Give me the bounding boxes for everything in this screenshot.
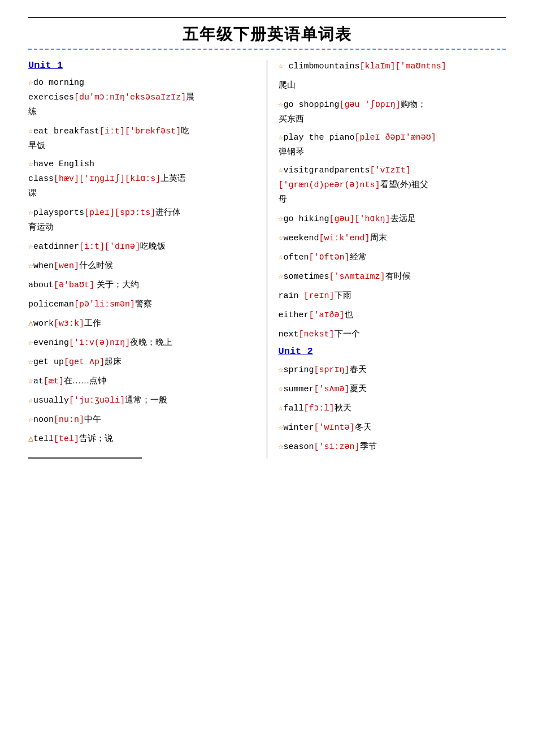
left-column: Unit 1 ☆do morning exercises[du'mɔːnɪŋ'e… bbox=[28, 60, 267, 459]
main-content: Unit 1 ☆do morning exercises[du'mɔːnɪŋ'e… bbox=[28, 60, 506, 459]
star-icon: ☆ bbox=[279, 234, 284, 243]
list-item: ☆ climbmountains[klaɪm]['maʊntns] bbox=[279, 60, 506, 74]
list-item: ☆at[æt]在……点钟 bbox=[28, 374, 255, 388]
star-icon: ☆ bbox=[28, 338, 33, 348]
list-item: ☆get up[get ʌp]起床 bbox=[28, 355, 255, 369]
list-item: ☆do morning exercises[du'mɔːnɪŋ'eksəsaɪz… bbox=[28, 76, 255, 119]
star-icon: ☆ bbox=[28, 127, 33, 136]
list-item: △work[wɜːk]工作 bbox=[28, 316, 255, 331]
star-icon: ☆ bbox=[279, 385, 284, 394]
star-icon: ☆ bbox=[279, 442, 284, 452]
list-item: rain [reɪn]下雨 bbox=[279, 288, 506, 303]
list-item: about[ə'baʊt] 关于；大约 bbox=[28, 278, 255, 292]
unit2-heading: Unit 2 bbox=[279, 346, 506, 357]
list-item: ☆season['siːzən]季节 bbox=[279, 439, 506, 454]
star-icon: ☆ bbox=[279, 166, 284, 175]
star-icon: ☆ bbox=[279, 100, 284, 110]
right-column: ☆ climbmountains[klaɪm]['maʊntns] 爬山 ☆go… bbox=[267, 60, 506, 459]
list-item: ☆sometimes['sʌmtaɪmz]有时候 bbox=[279, 269, 506, 284]
list-item: ☆fall[fɔːl]秋天 bbox=[279, 401, 506, 416]
star-icon: ☆ bbox=[279, 62, 289, 71]
list-item: ☆winter['wɪntə]冬天 bbox=[279, 420, 506, 435]
unit1-heading: Unit 1 bbox=[28, 60, 255, 71]
triangle-icon: △ bbox=[28, 434, 33, 444]
list-item: ☆evening['iːv(ə)nɪŋ]夜晚；晚上 bbox=[28, 335, 255, 350]
list-item: ☆often['ɒftən]经常 bbox=[279, 250, 506, 265]
star-icon: ☆ bbox=[279, 423, 284, 433]
list-item: ☆eat breakfast[iːt]['brekfəst]吃 早饭 bbox=[28, 124, 255, 153]
bottom-border bbox=[28, 457, 142, 459]
star-icon: ☆ bbox=[28, 78, 33, 88]
star-icon: ☆ bbox=[28, 159, 33, 169]
star-icon: ☆ bbox=[279, 404, 284, 413]
title-underline bbox=[28, 49, 506, 50]
star-icon: ☆ bbox=[279, 133, 284, 142]
list-item: ☆usually['juːʒuəli]通常；一般 bbox=[28, 393, 255, 408]
star-icon: ☆ bbox=[279, 365, 284, 375]
star-icon: ☆ bbox=[28, 242, 33, 252]
star-icon: ☆ bbox=[279, 214, 284, 224]
star-icon: ☆ bbox=[28, 415, 33, 425]
list-item: ☆noon[nuːn]中午 bbox=[28, 412, 255, 427]
list-item: △tell[tel]告诉；说 bbox=[28, 431, 255, 446]
list-item: either['aɪðə]也 bbox=[279, 308, 506, 322]
list-item: ☆go shopping[gəu 'ʃɒpɪŋ]购物； 买东西 bbox=[279, 97, 506, 127]
star-icon: ☆ bbox=[28, 208, 33, 218]
list-item: ☆visitgrandparents['vɪzɪt] ['græn(d)peər… bbox=[279, 164, 506, 207]
list-item: ☆have English class[hæv]['ɪŋglɪʃ][klɑːs]… bbox=[28, 158, 255, 201]
top-border bbox=[28, 17, 506, 18]
list-item: ☆summer['sʌmə]夏天 bbox=[279, 382, 506, 396]
triangle-icon: △ bbox=[28, 319, 33, 329]
list-item: ☆play the piano[pleɪ ðəpɪ'ænəʊ] 弹钢琴 bbox=[279, 131, 506, 159]
list-item: ☆spring[sprɪŋ]春天 bbox=[279, 362, 506, 377]
list-item: next[nekst]下一个 bbox=[279, 327, 506, 342]
star-icon: ☆ bbox=[28, 357, 33, 367]
list-item: ☆go hiking[gəu]['hɑkŋ]去远足 bbox=[279, 211, 506, 226]
page-title: 五年级下册英语单词表 bbox=[28, 24, 506, 45]
list-item: ☆playsports[pleɪ][spɔːts]进行体 育运动 bbox=[28, 205, 255, 235]
star-icon: ☆ bbox=[28, 396, 33, 405]
star-icon: ☆ bbox=[279, 272, 284, 282]
star-icon: ☆ bbox=[279, 253, 284, 262]
star-icon: ☆ bbox=[28, 377, 33, 386]
star-icon: ☆ bbox=[28, 261, 33, 271]
list-item: ☆when[wen]什么时候 bbox=[28, 258, 255, 273]
list-item: 爬山 bbox=[279, 78, 506, 93]
list-item: policeman[pə'liːsmən]警察 bbox=[28, 297, 255, 312]
list-item: ☆eatdinner[iːt]['dɪnə]吃晚饭 bbox=[28, 239, 255, 254]
list-item: ☆weekend[wiːk'end]周末 bbox=[279, 231, 506, 245]
